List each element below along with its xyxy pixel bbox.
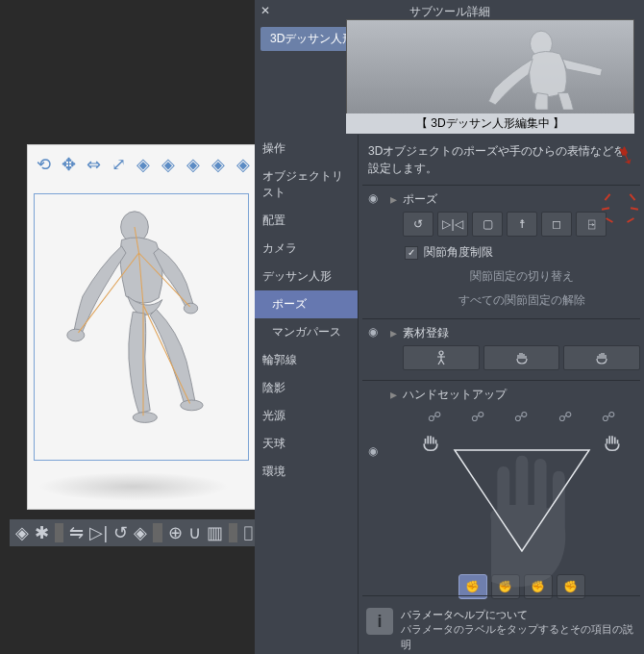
cat-outline[interactable]: 輪郭線: [255, 346, 358, 374]
cat-shadow[interactable]: 陰影: [255, 374, 358, 402]
visibility-toggle[interactable]: ◉: [368, 325, 378, 339]
release-all-locks-button[interactable]: すべての関節固定の解除: [403, 289, 640, 313]
preview-thumbnail: [346, 19, 634, 115]
cat-environment[interactable]: 環境: [255, 458, 358, 486]
cat-pose[interactable]: ポーズ: [255, 290, 358, 318]
hand-corner-open-right[interactable]: [602, 432, 623, 456]
cat-object-list[interactable]: オブジェクトリスト: [255, 163, 358, 207]
bottom-tool-row: ◈ ✱ ⇋ ▷| ↺ ◈ ⊕ ∪ ▥ ⌷: [10, 519, 260, 546]
section-hand: ◉ ▸ ハンドセットアップ ☍ ☍ ☍ ☍ ☍: [362, 380, 640, 595]
figure-shadow: [37, 472, 230, 501]
material-title: 素材登録: [403, 325, 640, 341]
finger-link-1[interactable]: ☍: [428, 409, 441, 424]
pose-camera-button[interactable]: ◻: [541, 212, 572, 237]
bt-anchor[interactable]: ⊕: [168, 523, 183, 542]
divider: [229, 523, 237, 542]
svg-point-6: [439, 351, 443, 355]
tool-cube-1[interactable]: ◈: [134, 155, 153, 174]
bt-camera[interactable]: ⌷: [243, 523, 254, 542]
register-left-hand-button[interactable]: [483, 345, 560, 370]
finger-link-2[interactable]: ☍: [471, 409, 484, 424]
bt-next[interactable]: ▷|: [89, 523, 108, 542]
finger-link-3[interactable]: ☍: [514, 409, 528, 424]
bt-cube2[interactable]: ◈: [134, 523, 147, 542]
register-right-hand-button[interactable]: [563, 345, 640, 370]
drag-handle[interactable]: ▸: [387, 325, 399, 340]
bt-ground[interactable]: ▥: [207, 523, 223, 542]
visibility-toggle[interactable]: ◉: [368, 444, 378, 458]
tool-cube-2[interactable]: ◈: [159, 155, 178, 174]
svg-point-1: [67, 329, 85, 341]
visibility-toggle[interactable]: ◉: [368, 191, 378, 205]
section-material: ◉ ▸ 素材登録: [362, 318, 640, 380]
hand-setup-area: ☍ ☍ ☍ ☍ ☍: [403, 407, 640, 590]
cat-drawing-figure[interactable]: デッサン人形: [255, 263, 358, 290]
pose-body-button[interactable]: ☨: [507, 212, 537, 237]
section-help: i パラメータヘルプについて パラメータのラベルをタップするとその項目の説明: [362, 595, 640, 654]
tool-cube-4[interactable]: ◈: [209, 155, 228, 174]
finger-link-row: ☍ ☍ ☍ ☍ ☍: [403, 407, 640, 426]
bt-cube[interactable]: ◈: [15, 523, 29, 542]
tool-cube-3[interactable]: ◈: [184, 155, 203, 174]
cat-placement[interactable]: 配置: [255, 207, 358, 235]
bt-magnet[interactable]: ∪: [188, 523, 201, 542]
help-title: パラメータヘルプについて: [401, 608, 636, 622]
hand-corner-open-left[interactable]: [420, 432, 441, 456]
section-pose: ◉ ▸ ポーズ ↺ ▷|◁ ▢ ☨ ◻ ⍈: [362, 185, 640, 318]
finger-link-5[interactable]: ☍: [602, 409, 615, 424]
bt-flip[interactable]: ⇋: [69, 523, 84, 542]
hand-triangle-control[interactable]: [445, 440, 599, 556]
subtool-detail-panel: ✕ サブツール詳細 3Dデッサン人形-Ver.2（男性） 【 3Dデッサン人形編…: [255, 0, 644, 654]
category-list: 操作 オブジェクトリスト 配置 カメラ デッサン人形 ポーズ マンガパース 輪郭…: [255, 135, 359, 654]
hand-title: ハンドセットアップ: [403, 387, 640, 403]
bt-body[interactable]: ✱: [35, 523, 49, 542]
svg-point-2: [184, 303, 197, 314]
cat-camera[interactable]: カメラ: [255, 235, 358, 263]
tool-move[interactable]: ✥: [59, 155, 78, 174]
canvas[interactable]: ⟲ ✥ ⇔ ⤢ ◈ ◈ ◈ ◈ ◈: [27, 144, 256, 510]
panel-title: サブツール詳細: [409, 4, 490, 20]
pose-mirror-button[interactable]: ▷|◁: [437, 212, 468, 237]
content-area: 3Dオブジェクトのポーズや手のひらの表情などを設定します。 ◉ ▸ ポーズ ↺ …: [359, 135, 644, 654]
tool-scale[interactable]: ⤢: [109, 155, 128, 174]
canvas-area: ⟲ ✥ ⇔ ⤢ ◈ ◈ ◈ ◈ ◈: [0, 0, 265, 654]
close-icon[interactable]: ✕: [260, 4, 270, 17]
mannequin-figure[interactable]: [57, 193, 230, 434]
toggle-joint-lock-button[interactable]: 関節固定の切り替え: [403, 264, 640, 289]
joint-limit-row[interactable]: ✓ 関節角度制限: [403, 240, 640, 264]
tool-cube-5[interactable]: ◈: [234, 155, 253, 174]
pose-title: ポーズ: [403, 191, 640, 208]
preview-caption: 【 3Dデッサン人形編集中 】: [346, 113, 634, 134]
tool-rotate[interactable]: ⟲: [34, 155, 53, 174]
info-icon: i: [366, 608, 393, 635]
divider: [153, 523, 161, 542]
tool-tumble[interactable]: ⇔: [84, 155, 103, 174]
joint-limit-label: 関節角度制限: [424, 244, 493, 261]
pose-register-button[interactable]: ⍈: [576, 212, 607, 237]
svg-marker-7: [455, 450, 589, 551]
drag-handle[interactable]: ▸: [387, 387, 399, 402]
category-description: 3Dオブジェクトのポーズや手のひらの表情などを設定します。: [362, 135, 640, 185]
svg-point-4: [181, 400, 203, 411]
register-full-body-button[interactable]: [403, 345, 480, 370]
cat-sky[interactable]: 天球: [255, 430, 358, 458]
cat-light[interactable]: 光源: [255, 402, 358, 430]
bt-history[interactable]: ↺: [113, 523, 128, 542]
help-body: パラメータのラベルをタップするとその項目の説明: [401, 622, 636, 652]
cat-manga-perspective[interactable]: マンガパース: [255, 318, 358, 346]
divider: [55, 523, 63, 542]
finger-link-4[interactable]: ☍: [558, 409, 572, 424]
cat-operation[interactable]: 操作: [255, 135, 358, 163]
pose-history-button[interactable]: ↺: [403, 212, 433, 237]
object-tool-row: ⟲ ✥ ⇔ ⤢ ◈ ◈ ◈ ◈ ◈: [34, 155, 253, 174]
joint-limit-checkbox[interactable]: ✓: [405, 246, 418, 260]
svg-point-3: [133, 413, 157, 423]
drag-handle[interactable]: ▸: [387, 191, 399, 207]
pose-clipboard-button[interactable]: ▢: [472, 212, 503, 237]
